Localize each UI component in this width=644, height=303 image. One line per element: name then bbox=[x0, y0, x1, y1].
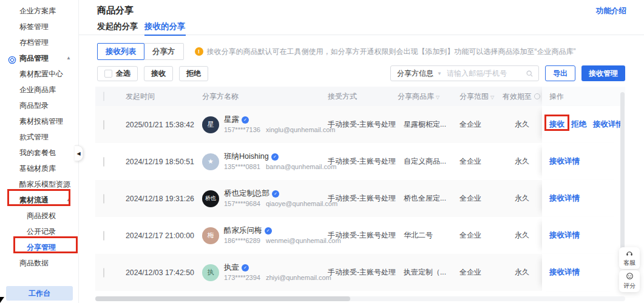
receive-method: 手动接受-主账号处理 bbox=[328, 267, 398, 278]
sidebar-item-tag-management[interactable]: 标签管理 bbox=[0, 19, 78, 35]
customer-service-label: 客服 bbox=[623, 259, 636, 267]
row-checkbox[interactable] bbox=[103, 268, 104, 278]
headphones-icon bbox=[625, 249, 634, 258]
sidebar-item-enterprise-product-library[interactable]: 企业商品库 bbox=[0, 82, 78, 98]
page-title: 商品分享 bbox=[97, 5, 134, 16]
select-all-button[interactable]: 全选 bbox=[97, 66, 138, 81]
rating-label: 评分 bbox=[623, 282, 636, 290]
sharer-phone: 157****9684 bbox=[224, 200, 260, 207]
search-icon[interactable] bbox=[524, 70, 538, 78]
avatar: 梅 bbox=[202, 227, 219, 244]
validity: 永久 bbox=[503, 267, 542, 278]
receive-detail-link[interactable]: 接收详情 bbox=[549, 193, 580, 204]
sidebar-item-product-catalog[interactable]: 商品型录 bbox=[0, 98, 78, 113]
validity: 永久 bbox=[503, 193, 542, 204]
reject-button[interactable]: 拒绝 bbox=[179, 66, 208, 81]
share-scope: 全企业 bbox=[459, 119, 503, 130]
share-time: 2025/01/21 15:38:42 bbox=[126, 121, 202, 129]
filter-funnel-icon[interactable]: ▽ bbox=[490, 95, 494, 100]
sharer-phone: 135****0881 bbox=[224, 163, 260, 170]
accept-button[interactable]: 接收 bbox=[144, 66, 173, 81]
sidebar-item-material-submission[interactable]: 素材投稿管理 bbox=[0, 113, 78, 129]
share-scope: 全企业 bbox=[459, 230, 503, 241]
table-row: 2024/12/17 21:00:00 梅 酷家乐问梅✓ 186****6289… bbox=[95, 217, 625, 254]
sidebar-item-share-management[interactable]: 分享管理 bbox=[0, 239, 78, 255]
row-checkbox[interactable] bbox=[103, 157, 104, 167]
sidebar-item-archive-management[interactable]: 存档管理 bbox=[0, 35, 78, 50]
chevron-up-icon: ▲ bbox=[66, 192, 71, 208]
verified-badge-icon: ✓ bbox=[242, 264, 249, 271]
avatar: 星 bbox=[202, 116, 219, 133]
accept-link[interactable]: 接收 bbox=[549, 119, 564, 130]
notice-bar: ! 接收分享的商品默认可在工具侧使用，如分享方开通权限则会出现【添加到】功能可以… bbox=[195, 47, 576, 57]
sidebar-item-public-records[interactable]: 公开记录 bbox=[0, 224, 78, 239]
table-row: 2025/01/21 15:38:42 星 星露✓ 157****7136xin… bbox=[95, 106, 625, 143]
toggle-receive-list-button[interactable]: 接收列表 bbox=[97, 43, 144, 60]
sharer-phone: 186****6289 bbox=[224, 237, 260, 244]
receive-detail-link[interactable]: 接收详情 bbox=[549, 156, 580, 167]
sidebar-item-my-package[interactable]: 我的套餐包 bbox=[0, 145, 78, 161]
filter-funnel-icon[interactable]: ▽ bbox=[436, 95, 439, 100]
sidebar-item-base-material-library[interactable]: 基础材质库 bbox=[0, 161, 78, 176]
tabs-row: 发起的分享 接收的分享 bbox=[79, 21, 644, 35]
vertical-scrollbar[interactable] bbox=[620, 92, 625, 259]
horizontal-scrollbar-thumb[interactable] bbox=[95, 296, 350, 301]
tab-received-shares[interactable]: 接收的分享 bbox=[144, 21, 186, 35]
cursor-artifact bbox=[0, 297, 4, 303]
receive-detail-link[interactable]: 接收详情 bbox=[549, 267, 580, 278]
share-time: 2024/12/17 21:00:00 bbox=[126, 231, 202, 240]
sidebar-item-product-authorization[interactable]: 商品授权 bbox=[0, 208, 78, 224]
validity: 永久 bbox=[503, 230, 542, 241]
toggle-sharer-button[interactable]: 分享方 bbox=[144, 43, 184, 60]
sharer-name: 星露 bbox=[224, 115, 239, 124]
row-checkbox[interactable] bbox=[103, 231, 104, 241]
customer-service-button[interactable]: 客服 bbox=[619, 247, 640, 269]
sidebar-item-kujiale-model-resource[interactable]: 酷家乐模型资源 bbox=[0, 176, 78, 192]
avatar: 执 bbox=[202, 264, 219, 281]
sidebar-item-style-management[interactable]: 款式管理 bbox=[0, 129, 78, 145]
row-checkbox[interactable] bbox=[103, 194, 104, 204]
col-header-time: 发起时间 bbox=[126, 92, 202, 102]
sidebar-item-product-data[interactable]: 商品数据 bbox=[0, 255, 78, 271]
feature-intro-link[interactable]: 功能介绍 bbox=[596, 6, 626, 16]
filter-field-select[interactable]: 分享方信息 bbox=[391, 68, 437, 79]
receive-method: 手动接受-主账号处理 bbox=[328, 156, 398, 167]
chevron-left-icon: ◀ bbox=[76, 151, 80, 156]
validity-sort-icon[interactable] bbox=[534, 93, 540, 99]
shares-table: 发起时间 分享方名称 接受方式 分享商品库▽ 分享范围▽ 有效期至 操作 202… bbox=[95, 87, 625, 291]
receive-detail-link[interactable]: 接收详情 bbox=[593, 119, 623, 130]
receive-method: 手动接受-主账号处理 bbox=[328, 230, 398, 241]
rating-button[interactable]: 评分 bbox=[619, 270, 640, 292]
table-row: 2024/12/18 19:31:26 桥也 桥也定制总部✓ 157****96… bbox=[95, 180, 625, 217]
validity: 永久 bbox=[503, 156, 542, 167]
select-all-checkbox[interactable] bbox=[104, 70, 112, 78]
sharer-phone: 157****7136 bbox=[224, 126, 260, 133]
col-header-method: 接受方式 bbox=[328, 92, 398, 102]
shared-library: 自定义商品... bbox=[398, 156, 459, 167]
sidebar-item-material-config-center[interactable]: 素材配置中心 bbox=[0, 66, 78, 82]
row-checkbox[interactable] bbox=[103, 120, 104, 130]
smiley-icon bbox=[626, 272, 634, 281]
notice-text: 接收分享的商品默认可在工具侧使用，如分享方开通权限则会出现【添加到】功能可以选择… bbox=[207, 47, 576, 57]
reject-link[interactable]: 拒绝 bbox=[571, 119, 586, 130]
sidebar-group-product-management[interactable]: 商品管理 ▲ bbox=[0, 50, 78, 66]
tab-initiated-shares[interactable]: 发起的分享 bbox=[97, 21, 138, 35]
export-button[interactable]: 导出 bbox=[545, 65, 575, 81]
sharer-email: qiaoye@qunhemail.com bbox=[266, 200, 337, 207]
share-time: 2024/12/18 19:31:26 bbox=[126, 195, 202, 203]
chevron-down-icon[interactable]: ▼ bbox=[437, 71, 447, 76]
search-input[interactable] bbox=[447, 66, 524, 81]
shared-library: 执壹定制（... bbox=[398, 267, 459, 278]
sharer-name: 执壹 bbox=[224, 263, 239, 271]
header-checkbox[interactable] bbox=[103, 92, 104, 101]
receive-manage-button[interactable]: 接收管理 bbox=[581, 65, 625, 81]
share-time: 2024/12/03 17:42:50 bbox=[126, 268, 202, 277]
shared-library: 华北二号 bbox=[398, 230, 459, 241]
workbench-button[interactable]: 工作台 bbox=[6, 286, 73, 301]
sidebar-collapse-handle[interactable]: ◀ bbox=[75, 145, 83, 161]
table-row: 2024/12/03 17:42:50 执 执壹✓ 173****2394zhi… bbox=[95, 254, 625, 291]
receive-detail-link[interactable]: 接收详情 bbox=[549, 230, 580, 241]
sidebar-item-enterprise-plan-library[interactable]: 企业方案库 bbox=[0, 3, 78, 19]
sidebar-group-material-circulation[interactable]: 素材流通 ▲ bbox=[0, 192, 78, 208]
receive-method: 手动接受-主账号处理 bbox=[328, 193, 398, 204]
